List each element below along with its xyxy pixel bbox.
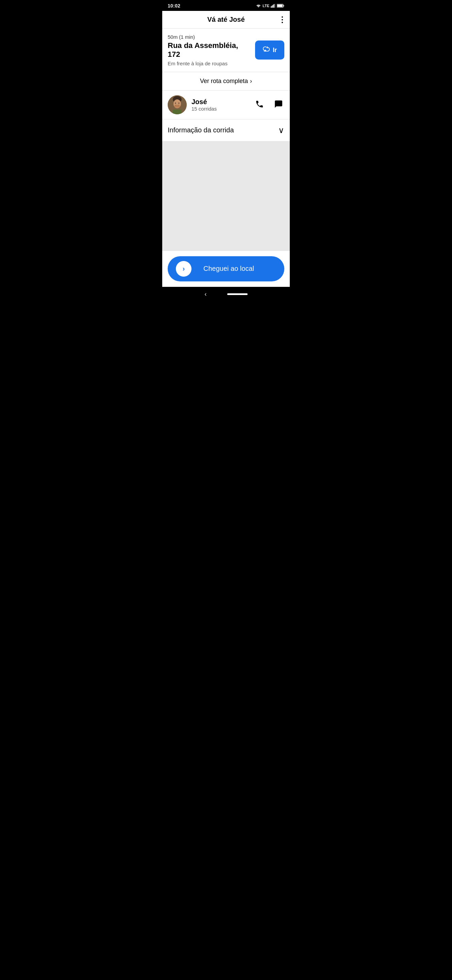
svg-rect-6 — [283, 5, 284, 7]
avatar — [168, 95, 187, 115]
ride-info-row[interactable]: Informação da corrida ∨ — [162, 119, 290, 142]
svg-rect-4 — [274, 4, 275, 8]
call-button[interactable] — [254, 98, 265, 111]
route-icon — [263, 45, 270, 55]
passenger-info: José 15 corridas — [192, 98, 254, 111]
phone-icon — [255, 100, 264, 108]
svg-rect-1 — [272, 5, 273, 8]
svg-rect-3 — [273, 4, 274, 8]
chevron-down-icon: ∨ — [278, 126, 284, 135]
passenger-actions — [254, 98, 284, 111]
ride-info-label: Informação da corrida — [168, 126, 234, 134]
battery-icon — [277, 4, 284, 8]
message-button[interactable] — [273, 98, 284, 111]
arrived-button[interactable]: › Cheguei ao local — [168, 256, 284, 282]
svg-rect-14 — [173, 110, 182, 115]
signal-icon — [271, 4, 276, 8]
wifi-icon — [256, 4, 261, 8]
nav-distance: 50m (1 min) — [168, 34, 250, 40]
status-icons: LTE — [256, 4, 284, 8]
status-time: 10:02 — [168, 3, 180, 8]
svg-rect-2 — [273, 5, 273, 8]
back-button[interactable]: ‹ — [205, 291, 207, 298]
navigation-card: 50m (1 min) Rua da Assembléia, 172 Em fr… — [162, 29, 290, 72]
go-button[interactable]: Ir — [255, 40, 284, 60]
more-options-icon — [282, 16, 283, 23]
lte-indicator: LTE — [263, 4, 270, 8]
header: Vá até José — [162, 11, 290, 29]
go-label: Ir — [273, 47, 277, 54]
nav-address: Rua da Assembléia, 172 — [168, 41, 250, 59]
svg-point-12 — [179, 102, 179, 103]
nav-landmark: Em frente à loja de roupas — [168, 60, 250, 66]
svg-point-13 — [174, 105, 180, 108]
arrived-arrow-icon: › — [176, 261, 192, 277]
arrived-section: › Cheguei ao local — [162, 250, 290, 287]
passenger-card: José 15 corridas — [162, 91, 290, 119]
nav-info: 50m (1 min) Rua da Assembléia, 172 Em fr… — [168, 34, 250, 66]
page-title: Vá até José — [207, 16, 244, 24]
bottom-bar: ‹ — [162, 287, 290, 302]
status-bar: 10:02 LTE — [162, 0, 290, 11]
home-indicator[interactable] — [227, 293, 247, 295]
chat-icon — [274, 100, 283, 108]
svg-rect-7 — [277, 5, 282, 7]
route-link-text: Ver rota completa — [200, 78, 248, 85]
arrived-text: Cheguei ao local — [197, 265, 276, 272]
passenger-rides: 15 corridas — [192, 106, 254, 111]
passenger-name: José — [192, 98, 254, 106]
svg-rect-0 — [271, 6, 271, 8]
chevron-right-icon: › — [250, 78, 252, 85]
route-link[interactable]: Ver rota completa › — [162, 72, 290, 91]
svg-point-11 — [175, 102, 176, 103]
map-area — [162, 142, 290, 250]
menu-button[interactable] — [280, 15, 284, 24]
